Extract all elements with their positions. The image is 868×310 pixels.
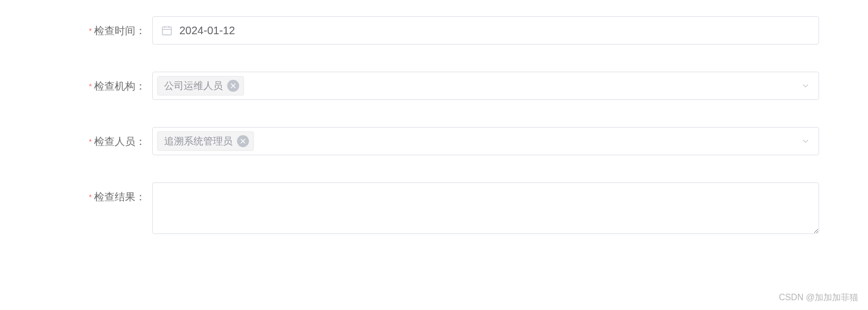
svg-rect-0: [163, 27, 172, 35]
inspector-tag-close[interactable]: [237, 135, 249, 147]
inspection-org-row: *检查机构： 公司运维人员: [54, 72, 819, 100]
close-icon: [230, 83, 236, 88]
inspection-org-select[interactable]: 公司运维人员: [152, 72, 819, 100]
inspection-result-textarea[interactable]: [152, 182, 819, 234]
inspection-org-label: *检查机构：: [54, 72, 152, 94]
inspector-label: *检查人员：: [54, 127, 152, 149]
label-text: 检查结果：: [94, 191, 146, 203]
inspection-result-input-col: [152, 182, 819, 236]
inspector-tag-text: 追溯系统管理员: [164, 135, 233, 148]
inspection-time-value: 2024-01-12: [179, 24, 235, 37]
label-text: 检查时间：: [94, 25, 146, 36]
org-tag-text: 公司运维人员: [164, 79, 223, 92]
inspection-org-input-col: 公司运维人员: [152, 72, 819, 100]
inspection-time-label: *检查时间：: [54, 16, 152, 39]
required-mark: *: [89, 82, 92, 91]
org-tag: 公司运维人员: [157, 76, 244, 96]
inspection-result-label: *检查结果：: [54, 182, 152, 205]
inspector-select[interactable]: 追溯系统管理员: [152, 127, 819, 155]
label-text: 检查人员：: [94, 136, 146, 147]
inspector-row: *检查人员： 追溯系统管理员: [54, 127, 819, 155]
chevron-down-icon: [801, 81, 810, 91]
inspector-tag: 追溯系统管理员: [157, 131, 254, 151]
inspection-time-row: *检查时间： 2024-01-12: [54, 16, 819, 45]
required-mark: *: [89, 27, 92, 35]
chevron-down-icon: [801, 136, 810, 146]
calendar-icon: [161, 24, 173, 36]
inspection-result-row: *检查结果：: [54, 182, 819, 236]
inspector-input-col: 追溯系统管理员: [152, 127, 819, 155]
required-mark: *: [89, 193, 92, 201]
org-tag-close[interactable]: [227, 80, 239, 92]
close-icon: [240, 138, 246, 144]
required-mark: *: [89, 137, 92, 146]
inspection-time-input[interactable]: 2024-01-12: [152, 16, 819, 45]
label-text: 检查机构：: [94, 80, 146, 92]
inspection-time-input-col: 2024-01-12: [152, 16, 819, 45]
